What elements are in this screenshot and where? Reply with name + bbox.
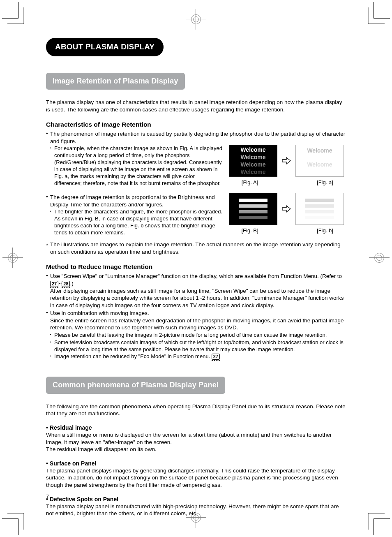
intro-common: The following are the common phenomena w… — [46, 403, 346, 417]
page-ref-27b: 27 — [212, 354, 220, 360]
brightness-bar — [305, 216, 334, 219]
figure-label-b-upper: [Fig. B] — [229, 227, 271, 234]
brightness-bar — [305, 204, 334, 208]
intro-text: The plasma display has one of characteri… — [46, 99, 346, 113]
brightness-bar — [305, 210, 334, 213]
body-residual: When a still image or menu is displayed … — [46, 431, 346, 453]
figure-b-dark — [229, 193, 277, 225]
welcome-text: Welcome — [240, 161, 265, 168]
figure-b-light — [295, 193, 344, 225]
subbullet-brighter: The brighter the characters and figure, … — [50, 208, 223, 236]
crop-mark — [374, 2, 374, 19]
figure-row-b — [229, 193, 346, 225]
brightness-bar — [239, 216, 267, 219]
note-illustrations: The illustrations are images to explain … — [46, 241, 346, 255]
subheading-method: Method to Reduce Image Retention — [46, 263, 346, 271]
crop-mark — [374, 518, 390, 519]
page-number: 7 — [46, 493, 49, 500]
crop-mark — [18, 518, 18, 535]
figure-a-dark: Welcome Welcome Welcome Welcome — [229, 145, 277, 177]
section-heading-common: Common phenomena of Plasma Display Panel — [46, 377, 225, 393]
arrow-right-icon — [281, 157, 291, 165]
welcome-text: Welcome — [307, 147, 332, 154]
registration-mark-icon — [369, 248, 390, 268]
crop-mark — [2, 18, 18, 19]
crop-mark — [23, 513, 23, 530]
brightness-bar — [305, 199, 334, 202]
crop-mark — [369, 513, 369, 530]
crop-mark — [7, 514, 24, 514]
body-surface: The plasma panel displays images by gene… — [46, 467, 346, 489]
crop-mark — [18, 2, 18, 19]
page-ref-28: 28 — [62, 281, 70, 287]
subbullet-eco-mode: Image retention can be reduced by "Eco M… — [50, 353, 346, 360]
welcome-text: Welcome — [240, 153, 265, 161]
bullet-moving-images: Use in combination with moving images. — [46, 310, 346, 317]
subheading-residual: • Residual image — [46, 424, 346, 431]
page-title-pill: ABOUT PLASMA DISPLAY — [46, 38, 164, 56]
figure-row-a: Welcome Welcome Welcome Welcome Welcome … — [229, 145, 346, 177]
subbullet-broadcasts: Some television broadcasts contain image… — [50, 339, 346, 353]
body-screen-wipe: After displaying certain images such as … — [50, 287, 346, 309]
crop-mark — [2, 518, 18, 519]
page-ref-27: 27 — [50, 281, 58, 287]
crop-mark — [23, 7, 23, 24]
subbullet-2picture: Please be careful that leaving the image… — [50, 332, 346, 339]
bullet-phenomenon: The phenomenon of image retention is cau… — [46, 130, 346, 145]
crop-mark — [368, 23, 385, 23]
brightness-bar — [239, 199, 267, 202]
registration-mark-icon — [186, 9, 206, 30]
bullet-degree: The degree of image retention is proport… — [46, 194, 223, 208]
welcome-text: Welcome — [240, 146, 265, 153]
figure-label-a-lower: [Fig. a] — [304, 179, 346, 186]
subheading-characteristics: Characteristics of Image Retention — [46, 120, 346, 129]
crop-mark — [374, 518, 374, 535]
figure-a-light: Welcome Welcome — [295, 145, 344, 177]
registration-mark-icon — [2, 248, 23, 268]
figure-label-b-lower: [Fig. b] — [304, 227, 346, 234]
crop-mark — [368, 514, 385, 514]
brightness-bar — [239, 210, 267, 213]
body-defective: The plasma display panel is manufactured… — [46, 503, 346, 517]
figure-label-a-upper: [Fig. A] — [229, 179, 271, 186]
subheading-surface: • Surface on Panel — [46, 460, 346, 467]
page-content: ABOUT PLASMA DISPLAY Image Retention of … — [46, 38, 346, 517]
body-moving-images: Since the entire screen has relatively e… — [50, 317, 346, 331]
crop-mark — [374, 18, 390, 19]
welcome-text: Welcome — [240, 168, 265, 176]
welcome-text: Welcome — [307, 161, 332, 168]
bullet-screen-wipe: Use "Screen Wipe" or "Luminance Manager"… — [46, 273, 346, 287]
section-heading-retention: Image Retention of Plasma Display — [46, 73, 185, 90]
arrow-right-icon — [281, 205, 291, 213]
subbullet-example: For example, when the character image as… — [50, 145, 223, 187]
crop-mark — [7, 23, 24, 23]
subheading-defective: • Defective Spots on Panel — [46, 495, 346, 503]
crop-mark — [369, 7, 369, 24]
brightness-bar — [239, 204, 267, 208]
